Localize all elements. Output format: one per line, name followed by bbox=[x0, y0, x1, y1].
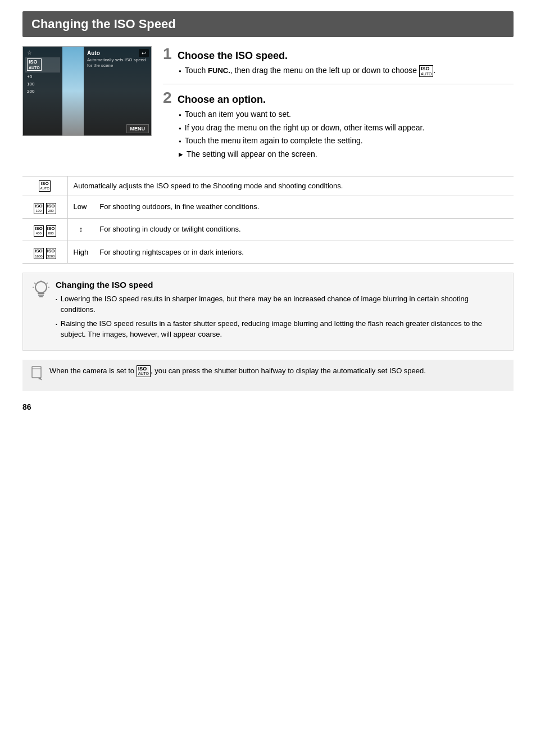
bullet-dot-icon: ● bbox=[179, 68, 181, 74]
iso-row-auto: ISOAUTO Automatically adjusts the ISO sp… bbox=[22, 176, 514, 196]
tip-bullet-2-text: Raising the ISO speed results in a faste… bbox=[61, 319, 504, 340]
iso-pair-high: ISO1600 ISO3200 bbox=[34, 248, 56, 259]
steps-section: 1 Choose the ISO speed. ● Touch FUNC., t… bbox=[163, 46, 514, 167]
iso-row-mid: ISO400 ISO800 ↕ For shooting in cloudy o… bbox=[22, 218, 514, 241]
note-text: When the camera is set to ISOAUTO, you c… bbox=[49, 365, 426, 377]
iso-auto-note-badge: ISOAUTO bbox=[137, 365, 151, 377]
bullet-dot-icon: ● bbox=[179, 125, 181, 132]
iso-mid-arrow: ↕ bbox=[67, 218, 94, 241]
step-2: 2 Choose an option. ● Touch an item you … bbox=[163, 90, 514, 160]
tip-bullet-1-text: Lowering the ISO speed results in sharpe… bbox=[61, 294, 504, 315]
iso-100-badge: ISO100 bbox=[34, 203, 44, 214]
step-2-bullet-1: ● Touch an item you want to set. bbox=[179, 109, 514, 120]
tip-content: Changing the ISO speed • Lowering the IS… bbox=[56, 280, 504, 343]
func-badge: FUNC. bbox=[208, 66, 230, 75]
iso-pair-low: ISO100 ISO200 bbox=[34, 203, 56, 214]
iso-800-badge: ISO800 bbox=[46, 225, 56, 237]
step-1-number: 1 bbox=[163, 46, 174, 62]
bullet-dot-icon: ● bbox=[179, 138, 181, 144]
tip-box: Changing the ISO speed • Lowering the IS… bbox=[22, 273, 514, 350]
iso-icon-auto: ISOAUTO bbox=[22, 176, 67, 196]
step-2-bullet-2: ● If you drag the menu on the right up o… bbox=[179, 123, 514, 134]
step-2-title: Choose an option. bbox=[178, 94, 266, 106]
iso-icon-mid: ISO400 ISO800 bbox=[22, 218, 67, 241]
iso-400-badge: ISO400 bbox=[34, 225, 44, 237]
page-title: Changing the ISO Speed bbox=[22, 11, 514, 37]
svg-line-6 bbox=[47, 283, 48, 284]
note-text-before: When the camera is set to bbox=[49, 366, 137, 375]
iso-row-low: ISO100 ISO200 Low For shooting outdoors,… bbox=[22, 196, 514, 218]
bullet-dot-icon: ● bbox=[179, 112, 181, 118]
svg-line-5 bbox=[34, 283, 36, 284]
step-1-title: Choose the ISO speed. bbox=[178, 50, 288, 62]
svg-point-0 bbox=[35, 282, 47, 293]
tip-bullet-2: • Raising the ISO speed results in a fas… bbox=[56, 319, 504, 340]
tip-bullet-1: • Lowering the ISO speed results in shar… bbox=[56, 294, 504, 315]
step-1: 1 Choose the ISO speed. ● Touch FUNC., t… bbox=[163, 46, 514, 77]
svg-rect-9 bbox=[32, 366, 41, 378]
iso-low-label: Low bbox=[67, 196, 94, 218]
iso-1600-badge: ISO1600 bbox=[34, 248, 44, 259]
note-box: When the camera is set to ISOAUTO, you c… bbox=[22, 360, 514, 391]
iso-high-description: For shooting nightscapes or in dark inte… bbox=[94, 241, 514, 264]
step-2-bullet-3-text: Touch the menu item again to complete th… bbox=[185, 135, 363, 147]
camera-right-desc: Auto Automatically sets ISO speed for th… bbox=[84, 47, 151, 135]
iso-low-description: For shooting outdoors, in fine weather c… bbox=[94, 196, 514, 218]
note-svg-icon bbox=[30, 365, 44, 381]
tip-icon bbox=[32, 280, 50, 304]
note-text-after: , you can press the shutter button halfw… bbox=[151, 366, 426, 375]
step-2-bullet-4: ▶ The setting will appear on the screen. bbox=[179, 149, 514, 160]
iso-3200-badge: ISO3200 bbox=[46, 248, 56, 259]
iso-options-table: ISOAUTO Automatically adjusts the ISO sp… bbox=[22, 176, 514, 264]
step-2-bullet-1-text: Touch an item you want to set. bbox=[185, 109, 291, 120]
step-2-bullet-4-text: The setting will appear on the screen. bbox=[187, 149, 317, 160]
step-2-bullet-3: ● Touch the menu item again to complete … bbox=[179, 135, 514, 147]
camera-left-menu: ☆ ISOAUTO +0 100 200 bbox=[23, 47, 62, 135]
camera-screenshot: ☆ ISOAUTO +0 100 200 Auto Automatically … bbox=[22, 46, 152, 136]
tip-bullet-dot-2: • bbox=[56, 321, 57, 328]
note-icon bbox=[30, 365, 44, 386]
step-1-bullet-text: Touch FUNC., then drag the menu on the l… bbox=[185, 65, 435, 77]
page-number: 86 bbox=[22, 402, 514, 411]
iso-mid-description: For shooting in cloudy or twilight condi… bbox=[94, 218, 514, 241]
iso-auto-description: Automatically adjusts the ISO speed to t… bbox=[67, 176, 514, 196]
arrow-icon: ▶ bbox=[179, 151, 183, 159]
iso-200-badge: ISO200 bbox=[46, 203, 56, 214]
iso-high-label: High bbox=[67, 241, 94, 264]
iso-icon-low: ISO100 ISO200 bbox=[22, 196, 67, 218]
step-2-bullet-2-text: If you drag the menu on the right up or … bbox=[185, 123, 424, 134]
tip-title: Changing the ISO speed bbox=[56, 280, 504, 289]
step-2-number: 2 bbox=[163, 90, 174, 106]
step-1-bullet-1: ● Touch FUNC., then drag the menu on the… bbox=[179, 65, 514, 77]
iso-auto-inline: ISOAUTO bbox=[419, 65, 433, 77]
camera-back-button: ↩ bbox=[139, 49, 149, 57]
iso-row-high: ISO1600 ISO3200 High For shooting nights… bbox=[22, 241, 514, 264]
tip-svg-icon bbox=[32, 280, 50, 300]
tip-bullet-dot-1: • bbox=[56, 296, 57, 303]
iso-pair-mid: ISO400 ISO800 bbox=[34, 225, 56, 237]
iso-icon-high: ISO1600 ISO3200 bbox=[22, 241, 67, 264]
iso-auto-badge: ISOAUTO bbox=[39, 180, 51, 192]
camera-menu-button: MENU bbox=[126, 124, 149, 133]
